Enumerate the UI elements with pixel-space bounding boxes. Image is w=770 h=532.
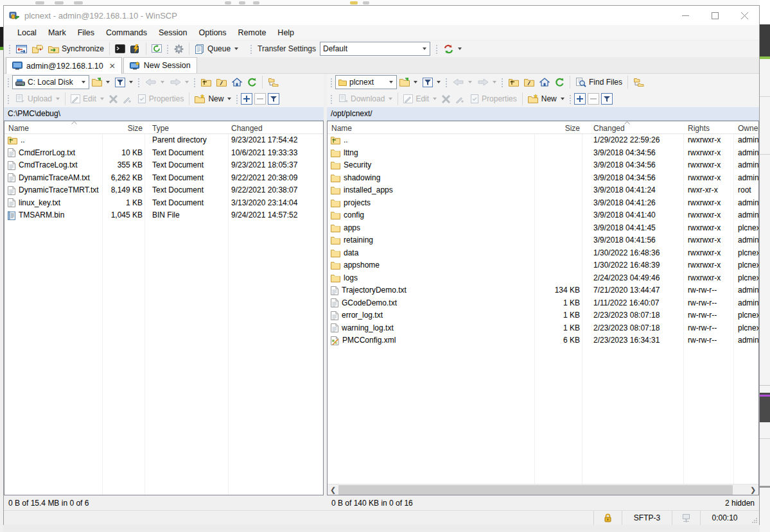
new-button[interactable]: New [525,91,567,107]
execute-command-button[interactable] [128,41,143,56]
forward-button[interactable] [167,74,191,90]
remote-directory-selector[interactable]: plcnext [335,75,397,89]
column-header-name[interactable]: Name [328,121,534,134]
menu-mark[interactable]: Mark [42,26,72,40]
refresh-button[interactable] [552,74,567,90]
file-row[interactable]: CmdTraceLog.txt355 KBText Document9/23/2… [4,159,323,172]
properties-button[interactable]: Properties [135,91,187,107]
delete-button[interactable] [439,91,453,107]
file-row[interactable]: shadowing3/9/2018 04:34:56rwxrwxr-xadmin [328,172,758,185]
file-row[interactable]: appshome1/30/2022 16:48:39rwxrwxr-xplcne… [328,259,758,272]
file-row[interactable]: warning_log.txt1 KB2/23/2023 08:07:18rw-… [328,322,758,335]
menu-options[interactable]: Options [193,26,232,40]
back-button[interactable] [450,74,475,90]
toolbar-grip[interactable] [137,77,141,87]
file-row[interactable]: TrajectoryDemo.txt134 KB7/21/2020 13:44:… [328,284,758,297]
filter-button[interactable] [420,74,443,90]
keep-up-to-date-button[interactable] [30,41,46,56]
selection-filter-button[interactable] [268,93,279,105]
filter-button[interactable] [112,74,136,90]
new-session-tab[interactable]: New Session [123,57,197,73]
file-row[interactable]: lttng3/9/2018 04:34:56rwxrwxr-xadmin [328,147,758,160]
file-row[interactable]: error_log.txt1 KB2/23/2023 08:07:18rw-rw… [328,309,758,322]
file-row[interactable]: DynamicTraceTMRT.txt8,149 KBText Documen… [4,184,323,197]
protocol-status[interactable]: SFTP-3 [622,511,672,525]
file-row[interactable]: linux_key.txt1 KBText Document3/13/2020 … [4,197,323,210]
maximize-button[interactable] [700,6,730,25]
root-directory-button[interactable] [214,74,229,90]
menu-commands[interactable]: Commands [100,26,153,40]
queue-button[interactable]: Queue [192,41,241,56]
properties-button[interactable]: Properties [468,91,520,107]
connection-status[interactable] [672,511,700,525]
toolbar-grip[interactable] [330,77,333,87]
toolbar-grip[interactable] [435,44,439,54]
file-row[interactable]: ..1/29/2022 22:59:26rwxrwxr-xadmin [328,134,758,147]
column-header-owner[interactable]: Owner [733,121,758,134]
file-row[interactable]: config3/9/2018 04:41:40rwxrwxr-xadmin [328,209,758,222]
menu-session[interactable]: Session [153,26,193,40]
back-button[interactable] [143,74,167,90]
synchronize-button[interactable]: Synchronize [46,41,107,56]
local-list-body[interactable]: ..Parent directory9/23/2021 17:54:42CmdE… [4,134,323,495]
open-terminal-button[interactable] [112,41,128,56]
parent-directory-button[interactable] [198,74,214,90]
minimize-button[interactable] [670,6,700,25]
encryption-status[interactable] [593,511,622,525]
root-directory-button[interactable] [521,74,537,90]
remote-path-bar[interactable]: /opt/plcnext/ [327,107,759,121]
column-header-size[interactable]: Size [534,121,582,134]
session-duration[interactable]: 0:00:10 [700,511,749,525]
file-row[interactable]: Security3/9/2018 04:34:56rwxrwxr-xadmin [328,159,758,172]
toolbar-grip[interactable] [7,77,10,87]
synchronize-browsing-button[interactable] [13,41,30,56]
toolbar-grip[interactable] [445,77,448,87]
file-row[interactable]: GCodeDemo.txt1 KB1/11/2022 16:40:07rw-rw… [328,297,758,310]
file-row[interactable]: projects3/9/2018 04:41:26rwxrwxr-xadmin [328,197,758,210]
open-directory-button[interactable] [89,74,112,90]
rename-button[interactable] [120,91,135,107]
remote-list-body[interactable]: ..1/29/2022 22:59:26rwxrwxr-xadminlttng3… [328,134,758,484]
column-header-changed[interactable]: Changed [582,121,683,134]
menu-help[interactable]: Help [272,26,300,40]
column-header-name[interactable]: Name [4,121,102,134]
file-row[interactable]: ..Parent directory9/23/2021 17:54:42 [4,134,323,147]
upload-button[interactable]: Upload [12,91,62,107]
toolbar-grip[interactable] [7,94,10,104]
toolbar-grip[interactable] [166,44,170,54]
selection-filter-button[interactable] [601,93,613,105]
scroll-left-arrow[interactable]: ❮ [328,485,338,495]
file-row[interactable]: installed_apps3/9/2018 04:41:24rwxr-xr-x… [328,184,758,197]
file-row[interactable]: PMCConfig.xml6 KB2/23/2023 16:34:31rw-rw… [328,334,758,347]
transfer-settings-select[interactable]: Default [320,42,430,56]
preferences-button[interactable] [171,41,186,56]
close-button[interactable] [730,6,759,25]
toolbar-grip[interactable] [193,77,197,87]
delete-button[interactable] [107,91,120,107]
refresh-button[interactable] [245,74,259,90]
select-add-button[interactable] [574,93,586,105]
menu-remote[interactable]: Remote [232,26,272,40]
toolbar-grip[interactable] [250,44,253,54]
directory-tree-button[interactable] [631,74,647,90]
session-tab[interactable]: admin@192.168.1.10 ✕ [6,57,122,74]
remote-file-list[interactable]: Name Size Changed Rights Owner ..1/29/20… [327,121,759,495]
open-directory-button[interactable] [397,74,420,90]
refresh-session-button[interactable] [149,41,164,56]
menu-local[interactable]: Local [12,26,42,40]
window-resize-grip[interactable] [749,511,759,525]
drive-selector[interactable]: C: Local Disk [12,75,89,89]
forward-button[interactable] [475,74,499,90]
toolbar-grip[interactable] [501,77,504,87]
column-header-size[interactable]: Size [102,121,144,134]
home-directory-button[interactable] [229,74,245,90]
column-header-type[interactable]: Type [144,121,228,134]
local-file-list[interactable]: Name Size Type Changed ..Parent director… [4,121,324,495]
column-header-rights[interactable]: Rights [683,121,733,134]
file-row[interactable]: data1/30/2022 16:48:36rwxrwxr-xplcnext [328,247,758,260]
column-header-changed[interactable]: Changed [228,121,323,134]
file-row[interactable]: apps3/9/2018 04:41:45rwxrwxr-xplcnext [328,222,758,235]
parent-directory-button[interactable] [506,74,521,90]
select-remove-button[interactable] [588,93,599,105]
file-row[interactable]: logs2/24/2023 04:49:46rwxrwxr-xplcnext [328,272,758,285]
